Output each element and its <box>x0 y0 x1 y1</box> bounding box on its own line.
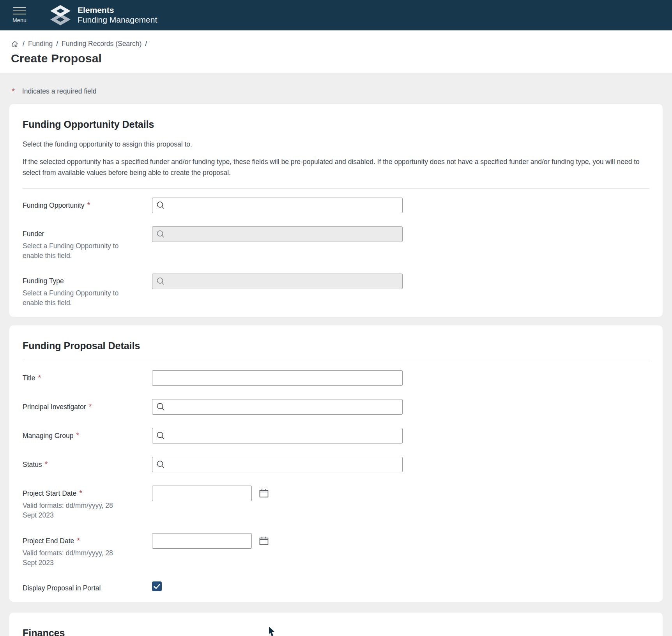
breadcrumb-item-funding[interactable]: Funding <box>28 40 53 48</box>
project-end-date-input[interactable] <box>152 534 251 548</box>
brand-name: Elements <box>78 5 157 15</box>
funding-type-helper-text: Select a Funding Opportunity to enable t… <box>23 288 126 307</box>
search-icon <box>156 277 165 286</box>
checkmark-icon <box>152 581 162 591</box>
field-funding-type: Funding Type Select a Funding Opportunit… <box>23 274 649 307</box>
app-header: Menu Elements Funding Management <box>0 0 672 30</box>
funder-helper-text: Select a Funding Opportunity to enable t… <box>23 241 126 260</box>
divider <box>23 361 649 361</box>
calendar-icon <box>259 488 269 498</box>
funding-opportunity-input[interactable] <box>165 198 402 213</box>
display-proposal-in-portal-label: Display Proposal in Portal <box>23 584 101 592</box>
calendar-icon <box>259 536 269 546</box>
elements-logo-icon <box>49 4 72 27</box>
search-icon <box>156 201 165 210</box>
required-asterisk: * <box>76 431 79 440</box>
brand-title: Elements Funding Management <box>78 5 157 25</box>
page-title: Create Proposal <box>11 52 672 65</box>
managing-group-label: Managing Group <box>23 432 73 440</box>
principal-investigator-input[interactable] <box>165 399 402 414</box>
section-heading: Funding Opportunity Details <box>23 119 649 130</box>
field-funder: Funder Select a Funding Opportunity to e… <box>23 226 649 260</box>
principal-investigator-label: Principal Investigator <box>23 403 86 411</box>
field-funding-opportunity: Funding Opportunity* <box>23 198 649 213</box>
funding-type-label: Funding Type <box>23 277 64 285</box>
breadcrumb-separator: / <box>56 40 58 48</box>
section-heading: Finances <box>23 627 649 636</box>
breadcrumb: / Funding / Funding Records (Search) / <box>11 40 672 48</box>
required-asterisk: * <box>12 87 15 95</box>
status-input[interactable] <box>165 457 402 472</box>
project-start-date-label: Project Start Date <box>23 489 76 497</box>
status-lookup[interactable] <box>152 457 403 472</box>
search-icon <box>156 431 165 440</box>
funding-opportunity-lookup[interactable] <box>152 198 403 213</box>
divider <box>23 188 649 189</box>
required-asterisk: * <box>87 201 90 209</box>
field-project-end-date: Project End Date* Valid formats: dd/mm/y… <box>23 533 649 567</box>
title-label: Title <box>23 374 35 382</box>
field-principal-investigator: Principal Investigator* <box>23 399 649 415</box>
project-end-date-label: Project End Date <box>23 537 74 545</box>
project-start-date-input[interactable] <box>152 486 251 501</box>
required-asterisk: * <box>45 460 48 468</box>
managing-group-input[interactable] <box>165 428 402 443</box>
hamburger-icon <box>13 7 26 14</box>
title-textbox[interactable] <box>152 370 403 386</box>
required-asterisk: * <box>38 373 41 382</box>
menu-button[interactable]: Menu <box>9 7 30 23</box>
status-label: Status <box>23 461 42 468</box>
funder-lookup <box>152 226 403 242</box>
breadcrumb-separator: / <box>145 40 147 48</box>
mouse-cursor <box>268 627 276 636</box>
home-icon[interactable] <box>11 40 19 48</box>
principal-investigator-lookup[interactable] <box>152 399 403 415</box>
field-project-start-date: Project Start Date* Valid formats: dd/mm… <box>23 486 649 520</box>
funding-type-input <box>165 274 402 289</box>
funding-opportunity-label: Funding Opportunity <box>23 201 85 209</box>
required-asterisk: * <box>79 489 82 497</box>
funder-input <box>165 227 402 242</box>
search-icon <box>156 460 165 469</box>
field-title: Title* <box>23 370 649 386</box>
title-input[interactable] <box>152 371 402 385</box>
menu-label: Menu <box>12 17 27 23</box>
field-status: Status* <box>23 457 649 472</box>
required-field-note: * Indicates a required field <box>12 87 672 95</box>
section-intro: Select the funding opportunity to assign… <box>23 140 649 148</box>
funder-label: Funder <box>23 230 44 238</box>
section-note: If the selected opportunity has a specif… <box>23 156 649 178</box>
project-end-date-calendar-button[interactable] <box>259 536 269 546</box>
display-proposal-in-portal-checkbox[interactable] <box>152 581 162 591</box>
page-head: / Funding / Funding Records (Search) / C… <box>0 30 672 73</box>
project-end-date-textbox[interactable] <box>152 533 252 549</box>
breadcrumb-item-funding-records[interactable]: Funding Records (Search) <box>62 40 141 48</box>
project-start-date-textbox[interactable] <box>152 486 252 501</box>
required-asterisk: * <box>77 536 80 545</box>
funding-type-lookup <box>152 274 403 289</box>
project-start-date-helper-text: Valid formats: dd/mm/yyyy, 28 Sept 2023 <box>23 501 126 520</box>
required-asterisk: * <box>88 402 92 411</box>
project-start-date-calendar-button[interactable] <box>259 488 269 498</box>
field-managing-group: Managing Group* <box>23 428 649 443</box>
project-end-date-helper-text: Valid formats: dd/mm/yyyy, 28 Sept 2023 <box>23 548 126 567</box>
field-display-proposal-in-portal: Display Proposal in Portal <box>23 581 649 592</box>
funding-opportunity-details-section: Funding Opportunity Details Select the f… <box>9 104 663 317</box>
search-icon <box>156 230 165 238</box>
section-heading: Funding Proposal Details <box>23 340 649 352</box>
search-icon <box>156 403 165 411</box>
brand-subtitle: Funding Management <box>78 15 157 25</box>
finances-section: Finances It is recommended that you inpu… <box>9 613 663 636</box>
managing-group-lookup[interactable] <box>152 428 403 443</box>
funding-proposal-details-section: Funding Proposal Details Title* Principa… <box>9 325 663 602</box>
required-note-text: Indicates a required field <box>22 87 97 95</box>
breadcrumb-separator: / <box>23 40 25 48</box>
